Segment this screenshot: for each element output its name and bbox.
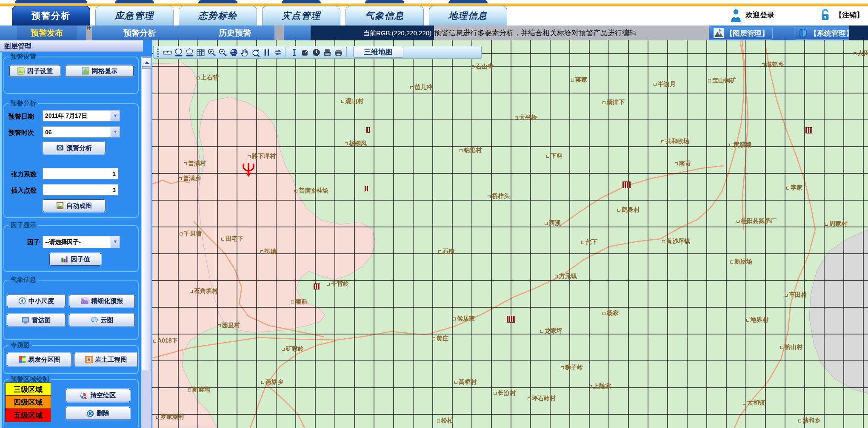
warn-time-label: 预警时次 bbox=[9, 129, 34, 137]
place-marker-icon bbox=[737, 220, 740, 223]
chevron-down-icon: ▼ bbox=[111, 236, 120, 248]
shield-icon bbox=[798, 28, 808, 38]
pause-icon[interactable] bbox=[261, 47, 272, 58]
place-marker-icon bbox=[561, 366, 564, 369]
insert-points-input[interactable] bbox=[43, 184, 118, 196]
place-marker-icon bbox=[260, 250, 263, 253]
place-marker-icon bbox=[780, 346, 783, 349]
sidebar-scrollbar[interactable] bbox=[141, 57, 151, 428]
hazard-cluster-marker bbox=[365, 186, 368, 191]
place-marker-icon bbox=[488, 195, 491, 198]
tab-气象信息[interactable]: 气象信息 bbox=[345, 6, 424, 26]
prone-zone-map-button[interactable]: 易发分区图 bbox=[7, 353, 71, 366]
radar-image-icon bbox=[22, 316, 29, 324]
place-marker-icon bbox=[786, 187, 789, 190]
map-place-黄沙坪镇: 黄沙坪镇 bbox=[662, 238, 690, 245]
welcome-label[interactable]: 欢迎登录 bbox=[745, 10, 774, 20]
cloud-image-button[interactable]: 云图 bbox=[69, 314, 135, 326]
place-marker-icon bbox=[345, 142, 348, 145]
place-marker-icon bbox=[708, 79, 711, 82]
measure-ellipse-icon[interactable] bbox=[173, 47, 184, 58]
map-place-普满乡: 普满乡 bbox=[179, 175, 201, 182]
divider-block2 bbox=[274, 26, 284, 41]
subnav-预警分析[interactable]: 预警分析 bbox=[110, 26, 169, 41]
measure-polygon-icon[interactable] bbox=[184, 47, 195, 58]
place-marker-icon bbox=[494, 392, 497, 395]
warn-time-select[interactable]: 06▼ bbox=[43, 126, 120, 138]
subnav-预警发布[interactable]: 预警发布 bbox=[17, 26, 77, 41]
warn-date-select[interactable]: 2011年 7月17日▼ bbox=[43, 110, 120, 122]
insert-points-label: 插入点数 bbox=[11, 187, 37, 195]
swap-icon[interactable] bbox=[272, 47, 283, 58]
geotech-map-button[interactable]: 岩土工程图 bbox=[74, 353, 138, 366]
warning-level-四级区域[interactable]: 四级区域 bbox=[5, 396, 51, 409]
grid-display-button[interactable]: 网格显示 bbox=[66, 65, 134, 77]
factor-value-button[interactable]: 因子值 bbox=[49, 253, 101, 266]
map-place-普满村: 普满村 bbox=[184, 160, 206, 167]
map-place-清和乡: 清和乡 bbox=[798, 417, 820, 425]
delete-button[interactable]: 删除 bbox=[66, 407, 130, 420]
map-place-塘前: 塘前 bbox=[291, 298, 307, 306]
export-icon[interactable] bbox=[300, 47, 311, 58]
fine-forecast-icon bbox=[81, 297, 89, 305]
zoom-select-icon[interactable] bbox=[250, 47, 261, 58]
pan-hand-icon[interactable] bbox=[239, 47, 250, 58]
place-marker-icon bbox=[156, 416, 159, 419]
warning-level-五级区域[interactable]: 五级区域 bbox=[5, 409, 51, 422]
map-place-石角塘村: 石角塘村 bbox=[190, 287, 218, 295]
print-icon[interactable] bbox=[333, 47, 344, 58]
warning-level-三级区域[interactable]: 三级区域 bbox=[5, 383, 51, 396]
tab-地理信息[interactable]: 地理信息 bbox=[429, 6, 507, 26]
tab-预警分析[interactable]: 预警分析 bbox=[12, 6, 90, 26]
tab-灾点管理[interactable]: 灾点管理 bbox=[262, 6, 340, 26]
factor-select[interactable]: --请选择因子-▼ bbox=[43, 236, 120, 248]
geotech-map-icon bbox=[85, 356, 93, 363]
logout-button[interactable]: 【注销】 bbox=[835, 10, 864, 20]
map-place-方元镇: 方元镇 bbox=[555, 272, 577, 280]
map-place-下料: 下料 bbox=[546, 152, 562, 160]
zoom-out-icon[interactable] bbox=[217, 47, 228, 58]
tab-应急管理[interactable]: 应急管理 bbox=[95, 6, 174, 26]
scrollbar-thumb[interactable] bbox=[142, 68, 151, 370]
map-place-榕山村: 榕山村 bbox=[780, 343, 802, 351]
place-marker-icon bbox=[341, 100, 344, 103]
zoom-in-icon[interactable] bbox=[206, 47, 217, 58]
map-place-城郊乡: 城郊乡 bbox=[762, 61, 784, 68]
group-title: 因子显示 bbox=[9, 221, 38, 230]
history-icon[interactable] bbox=[311, 47, 322, 58]
info-ibeam-icon[interactable] bbox=[288, 47, 300, 58]
grid-icon[interactable] bbox=[195, 47, 206, 58]
radar-image-button[interactable]: 雷达图 bbox=[7, 314, 66, 326]
map-3d-button[interactable]: 三维地图 bbox=[353, 47, 403, 58]
save-icon[interactable] bbox=[322, 47, 333, 58]
map-viewport[interactable]: 上石背石山青苗儿冲观山村蒋家半边月宝山铜矿城郊乡火田新排下太平桥杨柳凤锦里村路下… bbox=[152, 40, 868, 428]
layer-management-button[interactable]: 【图层管理】 bbox=[710, 27, 773, 40]
map-toolbar: 三维地图 bbox=[153, 46, 482, 59]
place-marker-icon bbox=[291, 300, 294, 303]
place-marker-icon bbox=[762, 63, 765, 66]
tab-态势标绘[interactable]: 态势标绘 bbox=[179, 6, 257, 26]
toolbar-drag-handle[interactable] bbox=[157, 48, 159, 57]
map-place-高桥村: 高桥村 bbox=[454, 378, 477, 386]
place-marker-icon bbox=[825, 223, 828, 226]
meso-scale-button[interactable]: 中小尺度 bbox=[7, 295, 66, 307]
scroll-up-button[interactable] bbox=[142, 57, 151, 67]
warning-analyze-button[interactable]: 预警分析 bbox=[43, 142, 106, 154]
group-title: 预警设置 bbox=[9, 53, 38, 61]
globe-icon[interactable] bbox=[228, 47, 239, 58]
place-marker-icon bbox=[438, 250, 441, 253]
tension-input[interactable] bbox=[43, 168, 118, 179]
auto-map-button[interactable]: 自动成图 bbox=[43, 199, 106, 212]
fine-forecast-button[interactable]: 精细化预报 bbox=[69, 295, 135, 307]
clear-draw-button[interactable]: 清空绘区 bbox=[66, 389, 130, 402]
factor-settings-button[interactable]: 因子设置 bbox=[9, 65, 60, 77]
place-marker-icon bbox=[785, 294, 788, 297]
divider-block: 计 bbox=[86, 26, 92, 43]
measure-ruler-icon[interactable] bbox=[162, 47, 173, 58]
subnav-历史预警[interactable]: 历史预警 bbox=[205, 26, 265, 41]
system-management-button[interactable]: 【系统管理】 bbox=[794, 27, 857, 40]
place-marker-icon bbox=[730, 261, 733, 264]
place-marker-icon bbox=[602, 101, 605, 104]
place-marker-icon bbox=[617, 209, 620, 212]
map-regions-roads bbox=[152, 40, 868, 428]
